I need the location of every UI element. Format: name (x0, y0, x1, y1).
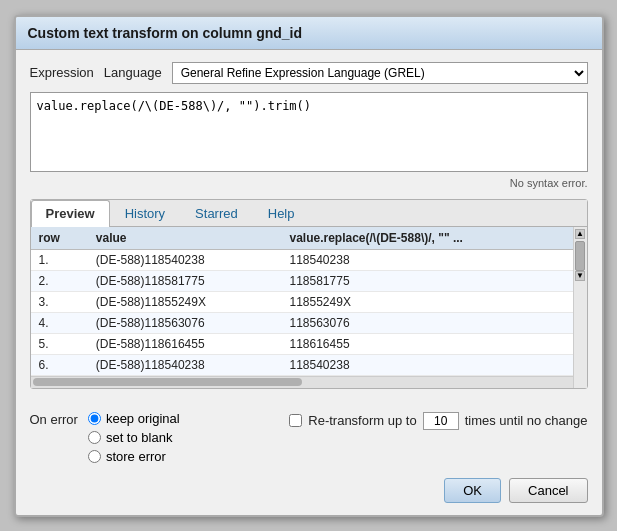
radio-keep-original-label: keep original (106, 411, 180, 426)
expression-label: Expression (30, 65, 94, 80)
cell-value: (DE-588)118540238 (88, 249, 282, 270)
cell-value: (DE-588)118563076 (88, 312, 282, 333)
tab-help[interactable]: Help (253, 200, 310, 226)
cell-row: 5. (31, 333, 88, 354)
tab-starred[interactable]: Starred (180, 200, 253, 226)
cell-row: 2. (31, 270, 88, 291)
retransform-checkbox-label: Re-transform up to (308, 413, 416, 428)
cell-row: 3. (31, 291, 88, 312)
cancel-button[interactable]: Cancel (509, 478, 587, 503)
bottom-section: On error keep original set to blank stor… (16, 401, 602, 468)
scroll-up-button[interactable]: ▲ (575, 229, 585, 239)
cell-result: 118581775 (281, 270, 572, 291)
cell-result: 118540238 (281, 354, 572, 375)
table-scroll-area: row value value.replace(/\(DE-588\)/, ""… (31, 227, 587, 388)
horizontal-scrollbar[interactable] (31, 376, 573, 388)
button-row: OK Cancel (16, 468, 602, 515)
vertical-scrollbar[interactable]: ▲ ▼ (573, 227, 587, 388)
cell-value: (DE-588)118581775 (88, 270, 282, 291)
on-error-retransform-row: On error keep original set to blank stor… (30, 411, 588, 464)
language-label: Language (104, 65, 162, 80)
ok-button[interactable]: OK (444, 478, 501, 503)
radio-set-blank-input[interactable] (88, 431, 101, 444)
cell-value: (DE-588)118540238 (88, 354, 282, 375)
cell-result: 118563076 (281, 312, 572, 333)
tab-preview[interactable]: Preview (31, 200, 110, 227)
radio-store-error-input[interactable] (88, 450, 101, 463)
syntax-status: No syntax error. (30, 177, 588, 189)
preview-table-wrapper[interactable]: row value value.replace(/\(DE-588\)/, ""… (31, 227, 573, 376)
preview-table: row value value.replace(/\(DE-588\)/, ""… (31, 227, 573, 376)
cell-value: (DE-588)11855249X (88, 291, 282, 312)
on-error-label: On error (30, 411, 78, 427)
radio-keep-original[interactable]: keep original (88, 411, 180, 426)
retransform-section: Re-transform up to times until no change (289, 411, 587, 430)
language-select[interactable]: General Refine Expression Language (GREL… (172, 62, 588, 84)
dialog-body: Expression Language General Refine Expre… (16, 50, 602, 401)
expression-container: value.replace(/\(DE-588\)/, "").trim() N… (30, 92, 588, 189)
dialog-title: Custom text transform on column gnd_id (16, 17, 602, 50)
cell-row: 4. (31, 312, 88, 333)
cell-result: 11855249X (281, 291, 572, 312)
table-row: 3. (DE-588)11855249X 11855249X (31, 291, 573, 312)
tabs-container: Preview History Starred Help row value (30, 199, 588, 389)
table-row: 4. (DE-588)118563076 118563076 (31, 312, 573, 333)
table-row: 6. (DE-588)118540238 118540238 (31, 354, 573, 375)
radio-set-blank-label: set to blank (106, 430, 173, 445)
retransform-times-label: times until no change (465, 413, 588, 428)
cell-row: 1. (31, 249, 88, 270)
table-row: 5. (DE-588)118616455 118616455 (31, 333, 573, 354)
scroll-down-button[interactable]: ▼ (575, 271, 585, 281)
on-error-section: On error keep original set to blank stor… (30, 411, 180, 464)
tab-bar: Preview History Starred Help (31, 200, 587, 227)
table-row: 1. (DE-588)118540238 118540238 (31, 249, 573, 270)
radio-set-blank[interactable]: set to blank (88, 430, 180, 445)
tab-history[interactable]: History (110, 200, 180, 226)
dialog: Custom text transform on column gnd_id E… (14, 15, 604, 517)
radio-keep-original-input[interactable] (88, 412, 101, 425)
col-header-value: value (88, 227, 282, 250)
retransform-input[interactable] (423, 412, 459, 430)
expression-input[interactable]: value.replace(/\(DE-588\)/, "").trim() (30, 92, 588, 172)
radio-store-error-label: store error (106, 449, 166, 464)
cell-row: 6. (31, 354, 88, 375)
scroll-thumb[interactable] (575, 241, 585, 271)
cell-value: (DE-588)118616455 (88, 333, 282, 354)
expression-row: Expression Language General Refine Expre… (30, 62, 588, 84)
radio-store-error[interactable]: store error (88, 449, 180, 464)
table-inner: row value value.replace(/\(DE-588\)/, ""… (31, 227, 573, 388)
retransform-checkbox[interactable] (289, 414, 302, 427)
col-header-row: row (31, 227, 88, 250)
col-header-result: value.replace(/\(DE-588\)/, "" ... (281, 227, 572, 250)
scrollbar-thumb (33, 378, 302, 386)
on-error-radio-group: keep original set to blank store error (88, 411, 180, 464)
cell-result: 118616455 (281, 333, 572, 354)
cell-result: 118540238 (281, 249, 572, 270)
table-row: 2. (DE-588)118581775 118581775 (31, 270, 573, 291)
